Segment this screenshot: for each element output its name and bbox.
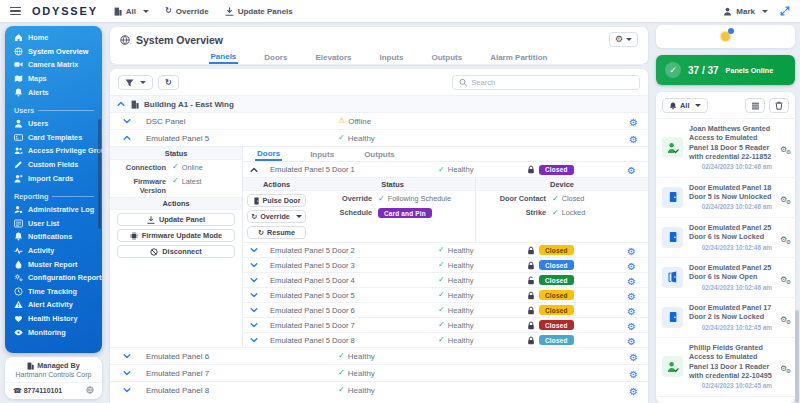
sidebar-item-import-cards[interactable]: Import Cards	[5, 171, 102, 185]
pulse-door-button[interactable]: Pulse Door	[247, 194, 306, 207]
chevron-down-icon[interactable]	[250, 291, 258, 299]
sidebar-item-time-tracking[interactable]: Time Tracking	[5, 285, 102, 299]
sidebar-item-administrative-log[interactable]: Administrative Log	[5, 203, 102, 217]
event-list-view-button[interactable]	[745, 98, 765, 113]
tab-doors[interactable]: Doors	[255, 147, 282, 161]
door-row[interactable]: Emulated Panel 5 Door 8 Healthy Closed	[243, 332, 648, 347]
sidebar-item-system-overview[interactable]: System Overview	[5, 45, 102, 59]
door-settings-button[interactable]	[627, 288, 636, 303]
event-actions-button[interactable]	[778, 140, 789, 155]
sidebar-item-custom-fields[interactable]: Custom Fields	[5, 158, 102, 172]
clear-events-button[interactable]	[769, 98, 789, 113]
event-actions-button[interactable]	[778, 190, 789, 205]
door-settings-button[interactable]	[627, 243, 636, 258]
panel-row-emulated-5[interactable]: Emulated Panel 5 Healthy	[110, 129, 648, 146]
door-settings-button[interactable]	[627, 258, 636, 273]
building-row[interactable]: Building A1 - East Wing	[110, 95, 648, 112]
chevron-down-icon[interactable]	[250, 261, 258, 269]
event-item[interactable]: Door Emulated Panel 18 Door 5 is Now Unl…	[656, 177, 795, 217]
override-door-button[interactable]: Override	[247, 210, 306, 223]
door-row[interactable]: Emulated Panel 5 Door 4 Healthy Closed	[243, 272, 648, 287]
tab-elevators[interactable]: Elevators	[313, 50, 353, 64]
door-row-1[interactable]: Emulated Panel 5 Door 1 Healthy Closed	[243, 162, 648, 177]
event-item[interactable]: Joan Matthews Granted Access to Emulated…	[656, 118, 795, 177]
door-row[interactable]: Emulated Panel 5 Door 3 Healthy Closed	[243, 257, 648, 272]
sidebar-item-home[interactable]: Home	[5, 31, 102, 45]
panel-settings-button[interactable]	[629, 131, 638, 146]
tab-outputs[interactable]: Outputs	[429, 50, 464, 64]
chevron-up-icon[interactable]	[117, 100, 125, 108]
tab-doors[interactable]: Doors	[262, 50, 289, 64]
sidebar-item-users[interactable]: Users	[5, 117, 102, 131]
chevron-down-icon[interactable]	[250, 336, 258, 344]
update-panels-button[interactable]: Update Panels	[225, 7, 293, 16]
event-item[interactable]: Door Emulated Panel 25 Door 6 is Now Loc…	[656, 217, 795, 257]
resume-door-button[interactable]: Resume	[247, 226, 306, 239]
filter-button[interactable]	[118, 75, 153, 90]
hamburger-menu-icon[interactable]	[10, 7, 21, 16]
globe-icon[interactable]	[86, 386, 94, 394]
sidebar-item-configuration-reports[interactable]: Configuration Reports	[5, 271, 102, 285]
page-scrollbar[interactable]	[795, 310, 799, 403]
tab-alarm-partition[interactable]: Alarm Partition	[488, 50, 549, 64]
sidebar-item-notifications[interactable]: Notifications	[5, 230, 102, 244]
tab-inputs[interactable]: Inputs	[377, 50, 405, 64]
sidebar-item-activity[interactable]: Activity	[5, 244, 102, 258]
chevron-down-icon[interactable]	[250, 306, 258, 314]
event-item[interactable]: Phillip Fields Granted Access to Emulate…	[656, 337, 795, 396]
sidebar-item-user-list[interactable]: User List	[5, 217, 102, 231]
sidebar-item-access-privilege-groups[interactable]: Access Privilege Groups	[5, 144, 102, 158]
panel-row-dsc[interactable]: DSC Panel Offline	[110, 112, 648, 129]
sidebar-item-maps[interactable]: Maps	[5, 72, 102, 86]
tab-inputs[interactable]: Inputs	[308, 147, 336, 161]
panel-row[interactable]: Emulated Panel 7 Healthy	[110, 364, 648, 381]
chevron-down-icon[interactable]	[123, 352, 131, 360]
chevron-up-icon[interactable]	[250, 166, 258, 174]
door-row[interactable]: Emulated Panel 5 Door 5 Healthy Closed	[243, 287, 648, 302]
panel-settings-button[interactable]	[629, 383, 638, 398]
search-input[interactable]	[471, 78, 633, 87]
refresh-button[interactable]	[158, 75, 179, 90]
panel-settings-button[interactable]	[629, 349, 638, 364]
sidebar-item-muster-report[interactable]: Muster Report	[5, 257, 102, 271]
sidebar-item-alert-activity[interactable]: Alert Activity	[5, 298, 102, 312]
chevron-down-icon[interactable]	[123, 117, 131, 125]
user-menu-button[interactable]: Mark	[723, 7, 768, 16]
door-settings-button[interactable]	[627, 318, 636, 333]
sidebar-item-alerts[interactable]: Alerts	[5, 85, 102, 99]
sidebar-item-health-history[interactable]: Health History	[5, 312, 102, 326]
event-item[interactable]: Door Emulated Panel 25 Door 6 is Now Ope…	[656, 257, 795, 297]
firmware-update-mode-button[interactable]: Firmware Update Mode	[117, 229, 235, 242]
event-item[interactable]: Door Emulated Panel 13 Door 1 is Now Unl…	[656, 396, 795, 403]
disconnect-button[interactable]: Disconnect	[117, 245, 235, 258]
panel-settings-button[interactable]	[629, 366, 638, 381]
event-actions-button[interactable]	[778, 270, 789, 285]
tab-panels[interactable]: Panels	[209, 50, 239, 64]
sidebar-item-card-templates[interactable]: Card Templates	[5, 131, 102, 145]
chevron-down-icon[interactable]	[123, 369, 131, 377]
override-button[interactable]: Override	[165, 7, 209, 16]
page-settings-button[interactable]	[609, 32, 638, 47]
door-row[interactable]: Emulated Panel 5 Door 6 Healthy Closed	[243, 302, 648, 317]
panel-row[interactable]: Emulated Panel 6 Healthy	[110, 347, 648, 364]
door-settings-button[interactable]	[627, 162, 636, 177]
tab-outputs[interactable]: Outputs	[362, 147, 397, 161]
sidebar-scrollbar[interactable]	[98, 119, 101, 229]
event-item[interactable]: Door Emulated Panel 17 Door 2 is Now Loc…	[656, 297, 795, 337]
fullscreen-toggle-button[interactable]	[780, 6, 790, 16]
chevron-down-icon[interactable]	[250, 321, 258, 329]
panel-row[interactable]: Emulated Panel 8 Healthy	[110, 381, 648, 398]
panel-settings-button[interactable]	[629, 114, 638, 129]
event-actions-button[interactable]	[778, 230, 789, 245]
event-actions-button[interactable]	[778, 310, 789, 325]
door-settings-button[interactable]	[627, 303, 636, 318]
chevron-up-icon[interactable]	[123, 134, 131, 142]
scope-selector-button[interactable]: All	[114, 7, 149, 16]
door-settings-button[interactable]	[627, 333, 636, 348]
event-filter-button[interactable]: All	[662, 98, 708, 113]
phone-number[interactable]: 8774110101	[13, 387, 62, 394]
door-settings-button[interactable]	[627, 273, 636, 288]
chevron-down-icon[interactable]	[250, 276, 258, 284]
door-row[interactable]: Emulated Panel 5 Door 2 Healthy Closed	[243, 242, 648, 257]
chevron-down-icon[interactable]	[250, 246, 258, 254]
